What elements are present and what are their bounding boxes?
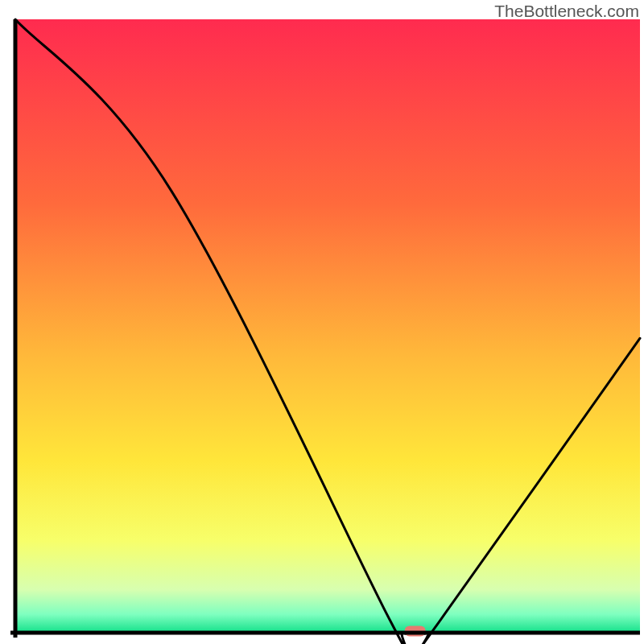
- watermark-label: TheBottleneck.com: [494, 2, 639, 21]
- chart-svg: [0, 0, 644, 644]
- bottleneck-chart: TheBottleneck.com: [0, 0, 644, 644]
- plot-background: [15, 19, 640, 633]
